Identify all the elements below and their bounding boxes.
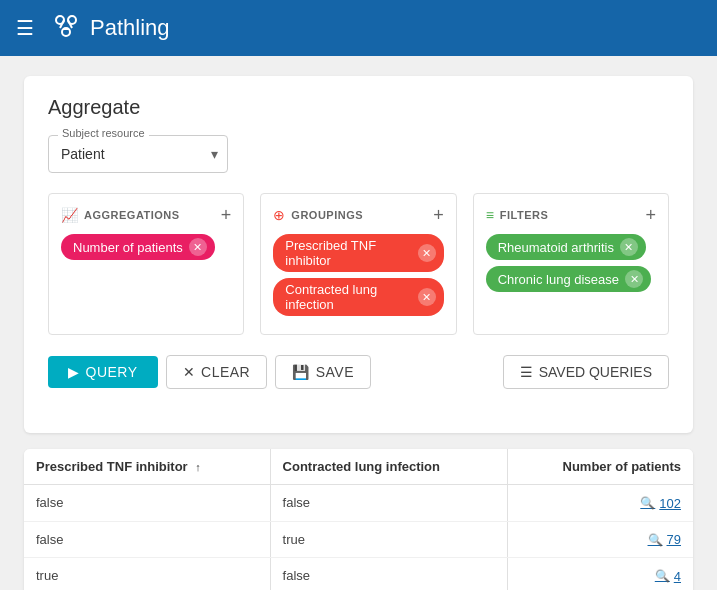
results-table: Prescribed TNF inhibitor ↑ Contracted lu…	[24, 449, 693, 590]
clear-button-label: CLEAR	[201, 364, 250, 380]
filters-chip-0: Rheumatoid arthritis ✕	[486, 234, 646, 260]
groupings-chip-label-0: Prescribed TNF inhibitor	[285, 238, 411, 268]
query-play-icon: ▶	[68, 364, 80, 380]
groupings-panel-title: GROUPINGS	[291, 209, 363, 221]
table-header-row: Prescribed TNF inhibitor ↑ Contracted lu…	[24, 449, 693, 485]
toolbar: ▶ QUERY ✕ CLEAR 💾 SAVE ☰ SAVED QUERIES	[48, 355, 669, 389]
groupings-chip-0: Prescribed TNF inhibitor ✕	[273, 234, 443, 272]
row-0-patients-value: 102	[659, 496, 681, 511]
filters-chip-1: Chronic lung disease ✕	[486, 266, 651, 292]
aggregations-chips: Number of patients ✕	[61, 234, 231, 266]
col-header-lung-label: Contracted lung infection	[283, 459, 440, 474]
filters-icon: ≡	[486, 207, 494, 223]
aggregations-panel: 📈 AGGREGATIONS + Number of patients ✕	[48, 193, 244, 335]
app-logo: Pathling	[50, 12, 170, 44]
row-2-patients: 🔍 4	[507, 558, 693, 591]
row-2-patients-value: 4	[674, 569, 681, 584]
aggregations-icon: 📈	[61, 207, 78, 223]
groupings-panel-header: ⊕ GROUPINGS +	[273, 206, 443, 224]
row-1-tnf: false	[24, 521, 270, 558]
row-0-patients-link[interactable]: 🔍 102	[640, 496, 681, 511]
aggregate-title: Aggregate	[48, 96, 669, 119]
menu-icon[interactable]: ☰	[16, 16, 34, 40]
filters-chips: Rheumatoid arthritis ✕ Chronic lung dise…	[486, 234, 656, 298]
groupings-chip-label-1: Contracted lung infection	[285, 282, 411, 312]
row-1-patients-value: 79	[667, 532, 681, 547]
saved-queries-button-label: SAVED QUERIES	[539, 364, 652, 380]
table-row: true false 🔍 4	[24, 558, 693, 591]
table-row: false false 🔍 102	[24, 485, 693, 522]
query-button[interactable]: ▶ QUERY	[48, 356, 158, 388]
save-floppy-icon: 💾	[292, 364, 310, 380]
groupings-title-row: ⊕ GROUPINGS	[273, 207, 363, 223]
row-0-tnf: false	[24, 485, 270, 522]
table-body: false false 🔍 102 false true 🔍	[24, 485, 693, 591]
row-0-search-icon: 🔍	[640, 496, 655, 510]
sort-ascending-icon: ↑	[195, 461, 201, 473]
filters-panel-title: FILTERS	[500, 209, 549, 221]
table-row: false true 🔍 79	[24, 521, 693, 558]
col-header-patients-label: Number of patients	[563, 459, 681, 474]
row-1-lung: true	[270, 521, 507, 558]
aggregate-card: Aggregate Subject resource Patient ▾ 📈 A…	[24, 76, 693, 433]
filters-add-button[interactable]: +	[645, 206, 656, 224]
saved-queries-list-icon: ☰	[520, 364, 533, 380]
filters-chip-label-0: Rheumatoid arthritis	[498, 240, 614, 255]
aggregations-title-row: 📈 AGGREGATIONS	[61, 207, 180, 223]
row-2-lung: false	[270, 558, 507, 591]
groupings-chip-remove-1[interactable]: ✕	[418, 288, 436, 306]
clear-x-icon: ✕	[183, 364, 196, 380]
col-header-patients: Number of patients	[507, 449, 693, 485]
groupings-chip-1: Contracted lung infection ✕	[273, 278, 443, 316]
groupings-add-button[interactable]: +	[433, 206, 444, 224]
aggregations-panel-header: 📈 AGGREGATIONS +	[61, 206, 231, 224]
pathling-logo-icon	[50, 12, 82, 44]
col-header-lung: Contracted lung infection	[270, 449, 507, 485]
query-button-label: QUERY	[86, 364, 138, 380]
aggregations-add-button[interactable]: +	[221, 206, 232, 224]
results-table-wrapper: Prescribed TNF inhibitor ↑ Contracted lu…	[24, 449, 693, 590]
save-button[interactable]: 💾 SAVE	[275, 355, 371, 389]
filters-chip-remove-0[interactable]: ✕	[620, 238, 638, 256]
row-2-search-icon: 🔍	[655, 569, 670, 583]
app-title: Pathling	[90, 15, 170, 41]
row-0-lung: false	[270, 485, 507, 522]
row-2-patients-link[interactable]: 🔍 4	[655, 569, 681, 584]
row-0-patients: 🔍 102	[507, 485, 693, 522]
subject-resource-label: Subject resource	[58, 127, 149, 139]
filters-panel: ≡ FILTERS + Rheumatoid arthritis ✕ Chron…	[473, 193, 669, 335]
main-content: Aggregate Subject resource Patient ▾ 📈 A…	[0, 56, 717, 590]
aggregations-chip-label-0: Number of patients	[73, 240, 183, 255]
app-header: ☰ Pathling	[0, 0, 717, 56]
table-head: Prescribed TNF inhibitor ↑ Contracted lu…	[24, 449, 693, 485]
row-1-search-icon: 🔍	[648, 533, 663, 547]
row-1-patients: 🔍 79	[507, 521, 693, 558]
aggregations-chip-0: Number of patients ✕	[61, 234, 215, 260]
clear-button[interactable]: ✕ CLEAR	[166, 355, 268, 389]
groupings-panel: ⊕ GROUPINGS + Prescribed TNF inhibitor ✕…	[260, 193, 456, 335]
row-1-patients-link[interactable]: 🔍 79	[648, 532, 681, 547]
aggregations-panel-title: AGGREGATIONS	[84, 209, 180, 221]
save-button-label: SAVE	[316, 364, 354, 380]
filters-panel-header: ≡ FILTERS +	[486, 206, 656, 224]
filters-chip-label-1: Chronic lung disease	[498, 272, 619, 287]
filters-title-row: ≡ FILTERS	[486, 207, 549, 223]
subject-resource-field: Subject resource Patient ▾	[48, 135, 228, 173]
groupings-chip-remove-0[interactable]: ✕	[418, 244, 436, 262]
panels-row: 📈 AGGREGATIONS + Number of patients ✕ ⊕	[48, 193, 669, 335]
col-header-tnf-label: Prescribed TNF inhibitor	[36, 459, 188, 474]
groupings-chips: Prescribed TNF inhibitor ✕ Contracted lu…	[273, 234, 443, 322]
col-header-tnf: Prescribed TNF inhibitor ↑	[24, 449, 270, 485]
subject-resource-select[interactable]: Patient	[48, 135, 228, 173]
groupings-icon: ⊕	[273, 207, 285, 223]
filters-chip-remove-1[interactable]: ✕	[625, 270, 643, 288]
aggregations-chip-remove-0[interactable]: ✕	[189, 238, 207, 256]
row-2-tnf: true	[24, 558, 270, 591]
saved-queries-button[interactable]: ☰ SAVED QUERIES	[503, 355, 669, 389]
